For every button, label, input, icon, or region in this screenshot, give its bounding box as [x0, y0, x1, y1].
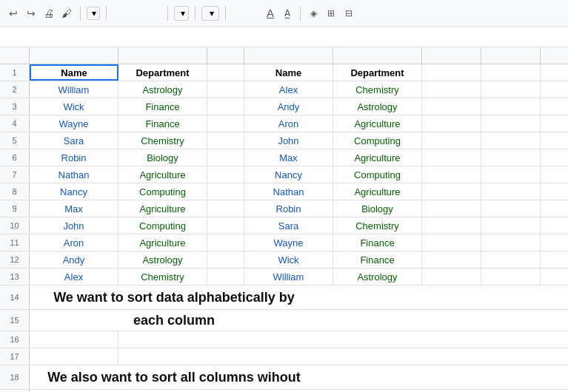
col-header-c[interactable] — [207, 47, 244, 64]
cell-e3[interactable]: Astrology — [333, 98, 422, 115]
cell-e12[interactable]: Finance — [333, 251, 422, 268]
cell-f5[interactable] — [422, 132, 481, 149]
cell-f13[interactable] — [422, 268, 481, 285]
cell-c5[interactable] — [207, 132, 244, 149]
cell-b7[interactable]: Agriculture — [118, 166, 207, 183]
cell-b6[interactable]: Biology — [118, 149, 207, 166]
number-format-button[interactable] — [154, 12, 161, 15]
cell-a8[interactable]: Nancy — [30, 183, 118, 200]
cell-h13[interactable] — [541, 268, 568, 285]
cell-f4[interactable] — [422, 115, 481, 132]
cell-g6[interactable] — [481, 149, 541, 166]
cell-a3[interactable]: Wick — [30, 98, 118, 115]
cell-e7[interactable]: Computing — [333, 166, 422, 183]
cell-c2[interactable] — [207, 81, 244, 98]
cell-g2[interactable] — [481, 81, 541, 98]
cell-d5[interactable]: John — [244, 132, 333, 149]
col-header-e[interactable] — [333, 47, 422, 64]
zoom-selector[interactable]: ▾ — [87, 7, 100, 20]
cell-b5[interactable]: Chemistry — [118, 132, 207, 149]
cell-b11[interactable]: Agriculture — [118, 234, 207, 251]
cell-g8[interactable] — [481, 183, 541, 200]
col-header-b[interactable] — [118, 47, 207, 64]
cell-c10[interactable] — [207, 217, 244, 234]
cell-b13[interactable]: Chemistry — [118, 268, 207, 285]
cell-f11[interactable] — [422, 234, 481, 251]
cell-e6[interactable]: Agriculture — [333, 149, 422, 166]
percent-button[interactable] — [123, 12, 130, 15]
cell-e10[interactable]: Chemistry — [333, 217, 422, 234]
decimal0-button[interactable] — [133, 12, 141, 15]
cell-c13[interactable] — [207, 268, 244, 285]
cell-e9[interactable]: Biology — [333, 200, 422, 217]
col-header-h[interactable] — [541, 47, 568, 64]
cell-b3[interactable]: Finance — [118, 98, 207, 115]
currency-button[interactable] — [113, 12, 120, 15]
cell-d3[interactable]: Andy — [244, 98, 333, 115]
merge-button[interactable]: ⊟ — [341, 7, 356, 20]
col-header-f[interactable] — [422, 47, 481, 64]
cell-a10[interactable]: John — [30, 217, 118, 234]
cell-h2[interactable] — [541, 81, 568, 98]
cell-h10[interactable] — [541, 217, 568, 234]
cell-c4[interactable] — [207, 115, 244, 132]
cell-f10[interactable] — [422, 217, 481, 234]
col-header-d[interactable] — [244, 47, 333, 64]
cell-h9[interactable] — [541, 200, 568, 217]
cell-a6[interactable]: Robin — [30, 149, 118, 166]
cell-e5[interactable]: Computing — [333, 132, 422, 149]
cell-b2[interactable]: Astrology — [118, 81, 207, 98]
cell-e11[interactable]: Finance — [333, 234, 422, 251]
cell-b8[interactable]: Computing — [118, 183, 207, 200]
col-header-a[interactable] — [30, 47, 118, 64]
cell-d2[interactable]: Alex — [244, 81, 333, 98]
cell-f9[interactable] — [422, 200, 481, 217]
cell-d10[interactable]: Sara — [244, 217, 333, 234]
cell-g5[interactable] — [481, 132, 541, 149]
print-icon[interactable]: 🖨 — [41, 6, 56, 21]
cell-h11[interactable] — [541, 234, 568, 251]
cell-a5[interactable]: Sara — [30, 132, 118, 149]
cell-a7[interactable]: Nathan — [30, 166, 118, 183]
cell-f2[interactable] — [422, 81, 481, 98]
cell-h3[interactable] — [541, 98, 568, 115]
borders-button[interactable]: ⊞ — [324, 7, 338, 20]
cell-e13[interactable]: Astrology — [333, 268, 422, 285]
cell-c9[interactable] — [207, 200, 244, 217]
cell-d4[interactable]: Aron — [244, 115, 333, 132]
undo-icon[interactable]: ↩ — [6, 6, 21, 21]
cell-d12[interactable]: Wick — [244, 251, 333, 268]
cell-a12[interactable]: Andy — [30, 251, 118, 268]
cell-c3[interactable] — [207, 98, 244, 115]
cell-a13[interactable]: Alex — [30, 268, 118, 285]
cell-c11[interactable] — [207, 234, 244, 251]
cell-d6[interactable]: Max — [244, 149, 333, 166]
cell-d9[interactable]: Robin — [244, 200, 333, 217]
cell-b12[interactable]: Astrology — [118, 251, 207, 268]
cell-g10[interactable] — [481, 217, 541, 234]
text-color-button[interactable]: A̲ — [281, 7, 294, 20]
cell-f1[interactable] — [422, 64, 481, 81]
cell-e1[interactable]: Department — [333, 64, 422, 81]
cell-c1[interactable] — [207, 64, 244, 81]
cell-h8[interactable] — [541, 183, 568, 200]
cell-f8[interactable] — [422, 183, 481, 200]
cell-a9[interactable]: Max — [30, 200, 118, 217]
font-selector[interactable]: ▾ — [174, 6, 189, 21]
cell-g9[interactable] — [481, 200, 541, 217]
cell-c7[interactable] — [207, 166, 244, 183]
cell-e4[interactable]: Agriculture — [333, 115, 422, 132]
cell-d7[interactable]: Nancy — [244, 166, 333, 183]
cell-b4[interactable]: Finance — [118, 115, 207, 132]
cell-a11[interactable]: Aron — [30, 234, 118, 251]
col-header-g[interactable] — [481, 47, 541, 64]
cell-c8[interactable] — [207, 183, 244, 200]
cell-a1[interactable]: Name — [30, 64, 118, 81]
cell-b1[interactable]: Department — [118, 64, 207, 81]
redo-icon[interactable]: ↪ — [24, 6, 39, 21]
paint-format-icon[interactable]: 🖌 — [59, 6, 74, 21]
cell-h1[interactable] — [541, 64, 568, 81]
cell-e2[interactable]: Chemistry — [333, 81, 422, 98]
cell-b9[interactable]: Agriculture — [118, 200, 207, 217]
decimal2-button[interactable] — [144, 12, 151, 15]
